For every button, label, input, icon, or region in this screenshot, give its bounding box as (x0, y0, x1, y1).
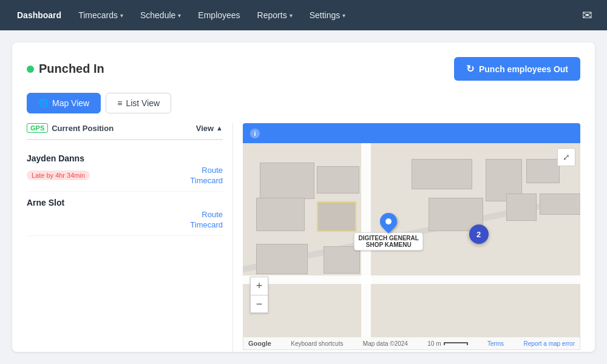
sort-icon: ▲ (216, 124, 223, 132)
map-panel: i (243, 123, 580, 354)
card-header: Punched In ↻ Punch employees Out (27, 57, 580, 81)
scale-line (444, 342, 468, 345)
building (412, 159, 472, 189)
main-content: Punched In ↻ Punch employees Out 🌐 Map V… (0, 30, 607, 364)
navbar: Dashboard Timecards ▾ Schedule ▾ Employe… (0, 0, 607, 30)
employee-item: Jayden Danns Late by 4hr 34min Route Tim… (27, 147, 223, 192)
nav-settings[interactable]: Settings ▾ (302, 5, 353, 25)
building (526, 159, 560, 183)
map-scale: 10 m (427, 340, 467, 347)
building (506, 194, 537, 221)
card-body: GPS Current Position View ▲ Jayden Danns… (27, 123, 580, 354)
building (540, 194, 580, 215)
employee-name: Jayden Danns (27, 153, 223, 163)
employee-actions: Route Timecard (27, 210, 223, 229)
mail-icon[interactable]: ✉ (577, 3, 597, 27)
employee-links: Route Timecard (190, 166, 223, 185)
punched-in-card: Punched In ↻ Punch employees Out 🌐 Map V… (12, 42, 595, 352)
zoom-out-button[interactable]: − (250, 295, 268, 313)
route-button-1[interactable]: Route (202, 166, 223, 175)
map-zoom-controls: + − (250, 277, 268, 313)
road-horizontal (243, 275, 580, 284)
list-icon: ≡ (117, 98, 122, 108)
map-info-bar: i (243, 123, 580, 143)
map-background: DIGITECH GENERALSHOP KAMENU 2 + − ⤢ (243, 143, 580, 337)
google-logo: Google (248, 340, 271, 347)
info-icon: i (250, 129, 260, 138)
view-toggle: 🌐 Map View ≡ List View (27, 93, 580, 113)
nav-employees[interactable]: Employees (191, 5, 247, 25)
status-dot (27, 66, 34, 73)
keyboard-shortcuts[interactable]: Keyboard shortcuts (291, 340, 343, 347)
map-cluster[interactable]: 2 (469, 224, 489, 244)
zoom-in-button[interactable]: + (250, 277, 268, 295)
map-expand-button[interactable]: ⤢ (557, 148, 575, 166)
punched-in-title: Punched In (27, 62, 104, 76)
list-view-button[interactable]: ≡ List View (106, 93, 171, 113)
globe-icon: 🌐 (38, 98, 49, 108)
building (317, 201, 356, 232)
view-sort-button[interactable]: View ▲ (196, 124, 223, 133)
employee-links: Route Timecard (190, 210, 223, 229)
nav-dashboard[interactable]: Dashboard (10, 5, 69, 25)
map-pin[interactable]: DIGITECH GENERALSHOP KAMENU (354, 213, 422, 251)
gps-badge: GPS (27, 123, 48, 133)
chevron-down-icon: ▾ (178, 12, 181, 19)
nav-reports[interactable]: Reports ▾ (250, 5, 300, 25)
timecard-button-1[interactable]: Timecard (190, 176, 223, 185)
chevron-down-icon: ▾ (290, 12, 293, 19)
chevron-down-icon: ▾ (120, 12, 123, 19)
pin-label: DIGITECH GENERALSHOP KAMENU (354, 232, 422, 251)
chevron-down-icon: ▾ (342, 12, 345, 19)
employee-name: Arne Slot (27, 198, 223, 207)
pin-inner (385, 218, 392, 224)
refresh-icon: ↻ (466, 63, 474, 75)
building (317, 166, 359, 194)
gps-label-group: GPS Current Position (27, 123, 114, 133)
building (256, 198, 305, 231)
route-button-2[interactable]: Route (202, 210, 223, 219)
map-container[interactable]: DIGITECH GENERALSHOP KAMENU 2 + − ⤢ (243, 143, 580, 337)
late-badge: Late by 4hr 34min (27, 170, 90, 180)
left-panel: GPS Current Position View ▲ Jayden Danns… (27, 123, 233, 354)
employee-actions: Late by 4hr 34min Route Timecard (27, 166, 223, 185)
terms-link[interactable]: Terms (487, 340, 504, 347)
map-data-label: Map data ©2024 (363, 340, 408, 347)
building (256, 244, 308, 274)
gps-header: GPS Current Position View ▲ (27, 123, 223, 140)
gps-current-position-label: Current Position (52, 124, 114, 133)
punch-out-button[interactable]: ↻ Punch employees Out (454, 57, 580, 81)
employee-item: Arne Slot Route Timecard (27, 192, 223, 236)
pin-icon (376, 209, 401, 234)
map-view-button[interactable]: 🌐 Map View (27, 93, 101, 113)
nav-schedule[interactable]: Schedule ▾ (133, 5, 188, 25)
building (260, 163, 314, 199)
map-footer: Google Keyboard shortcuts Map data ©2024… (243, 337, 580, 350)
timecard-button-2[interactable]: Timecard (190, 220, 223, 229)
nav-timecards[interactable]: Timecards ▾ (71, 5, 131, 25)
report-error-link[interactable]: Report a map error (524, 340, 575, 347)
